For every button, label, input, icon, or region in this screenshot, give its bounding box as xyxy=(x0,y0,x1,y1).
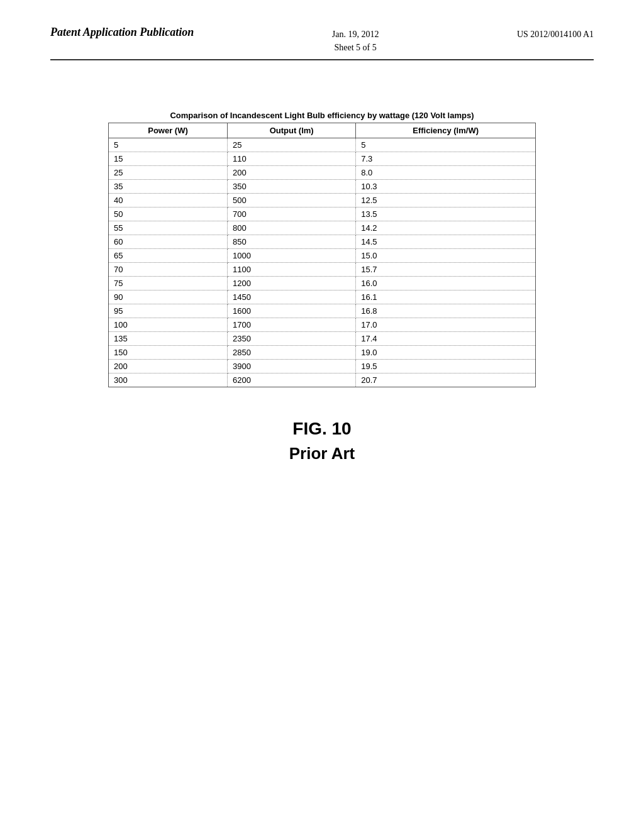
table-cell-11-2: 16.1 xyxy=(356,290,536,304)
table-row: 70110015.7 xyxy=(109,263,536,277)
table-cell-6-1: 800 xyxy=(228,221,356,235)
table-cell-9-0: 70 xyxy=(109,263,228,277)
column-header-output: Output (lm) xyxy=(228,123,356,138)
sheet-info: Sheet 5 of 5 xyxy=(334,43,376,52)
table-cell-17-1: 6200 xyxy=(228,374,356,387)
table-row: 100170017.0 xyxy=(109,318,536,332)
table-cell-4-0: 40 xyxy=(109,194,228,208)
publication-title: Patent Application Publication xyxy=(50,25,194,40)
table-row: 5580014.2 xyxy=(109,221,536,235)
table-cell-0-1: 25 xyxy=(228,138,356,152)
publication-date: Jan. 19, 2012 xyxy=(332,30,379,39)
table-cell-7-1: 850 xyxy=(228,235,356,249)
table-row: 65100015.0 xyxy=(109,249,536,263)
table-cell-5-0: 50 xyxy=(109,208,228,221)
table-cell-4-2: 12.5 xyxy=(356,194,536,208)
table-cell-15-2: 19.0 xyxy=(356,346,536,360)
table-cell-15-0: 150 xyxy=(109,346,228,360)
table-cell-2-2: 8.0 xyxy=(356,166,536,180)
table-cell-11-1: 1450 xyxy=(228,290,356,304)
page-header: Patent Application Publication Jan. 19, … xyxy=(50,25,594,60)
table-cell-16-2: 19.5 xyxy=(356,360,536,374)
table-cell-13-1: 1700 xyxy=(228,318,356,332)
efficiency-table: Power (W) Output (lm) Efficiency (lm/W) … xyxy=(108,123,536,387)
table-cell-3-1: 350 xyxy=(228,180,356,194)
table-cell-2-0: 25 xyxy=(109,166,228,180)
table-cell-2-1: 200 xyxy=(228,166,356,180)
table-cell-1-2: 7.3 xyxy=(356,152,536,166)
table-row: 252008.0 xyxy=(109,166,536,180)
table-cell-14-2: 17.4 xyxy=(356,332,536,346)
table-row: 6085014.5 xyxy=(109,235,536,249)
table-cell-5-1: 700 xyxy=(228,208,356,221)
table-cell-17-0: 300 xyxy=(109,374,228,387)
table-cell-12-0: 95 xyxy=(109,304,228,318)
table-cell-0-2: 5 xyxy=(356,138,536,152)
table-cell-12-2: 16.8 xyxy=(356,304,536,318)
table-row: 200390019.5 xyxy=(109,360,536,374)
table-row: 151107.3 xyxy=(109,152,536,166)
table-cell-10-0: 75 xyxy=(109,277,228,290)
table-cell-10-1: 1200 xyxy=(228,277,356,290)
table-cell-4-1: 500 xyxy=(228,194,356,208)
table-row: 90145016.1 xyxy=(109,290,536,304)
table-cell-6-0: 55 xyxy=(109,221,228,235)
table-cell-16-1: 3900 xyxy=(228,360,356,374)
table-cell-9-2: 15.7 xyxy=(356,263,536,277)
table-cell-13-2: 17.0 xyxy=(356,318,536,332)
table-cell-3-0: 35 xyxy=(109,180,228,194)
table-cell-14-1: 2350 xyxy=(228,332,356,346)
table-cell-6-2: 14.2 xyxy=(356,221,536,235)
table-row: 75120016.0 xyxy=(109,277,536,290)
table-row: 150285019.0 xyxy=(109,346,536,360)
table-cell-1-0: 15 xyxy=(109,152,228,166)
main-content: Comparison of Incandescent Light Bulb ef… xyxy=(50,111,594,463)
page: Patent Application Publication Jan. 19, … xyxy=(0,0,644,830)
table-cell-13-0: 100 xyxy=(109,318,228,332)
table-cell-9-1: 1100 xyxy=(228,263,356,277)
table-cell-7-0: 60 xyxy=(109,235,228,249)
table-container: Comparison of Incandescent Light Bulb ef… xyxy=(108,111,536,387)
prior-art-label: Prior Art xyxy=(289,444,355,463)
table-row: 300620020.7 xyxy=(109,374,536,387)
table-cell-10-2: 16.0 xyxy=(356,277,536,290)
table-title: Comparison of Incandescent Light Bulb ef… xyxy=(108,111,536,120)
table-cell-7-2: 14.5 xyxy=(356,235,536,249)
table-cell-12-1: 1600 xyxy=(228,304,356,318)
table-header-row: Power (W) Output (lm) Efficiency (lm/W) xyxy=(109,123,536,138)
table-cell-1-1: 110 xyxy=(228,152,356,166)
table-cell-14-0: 135 xyxy=(109,332,228,346)
table-cell-16-0: 200 xyxy=(109,360,228,374)
table-row: 135235017.4 xyxy=(109,332,536,346)
table-row: 5070013.5 xyxy=(109,208,536,221)
table-cell-11-0: 90 xyxy=(109,290,228,304)
table-cell-3-2: 10.3 xyxy=(356,180,536,194)
column-header-power: Power (W) xyxy=(109,123,228,138)
table-row: 95160016.8 xyxy=(109,304,536,318)
table-row: 4050012.5 xyxy=(109,194,536,208)
table-cell-8-2: 15.0 xyxy=(356,249,536,263)
table-cell-0-0: 5 xyxy=(109,138,228,152)
column-header-efficiency: Efficiency (lm/W) xyxy=(356,123,536,138)
table-row: 5255 xyxy=(109,138,536,152)
table-cell-17-2: 20.7 xyxy=(356,374,536,387)
table-cell-5-2: 13.5 xyxy=(356,208,536,221)
table-row: 3535010.3 xyxy=(109,180,536,194)
figure-label: FIG. 10 xyxy=(292,419,351,439)
patent-number: US 2012/0014100 A1 xyxy=(517,25,594,41)
table-cell-8-0: 65 xyxy=(109,249,228,263)
table-cell-15-1: 2850 xyxy=(228,346,356,360)
table-cell-8-1: 1000 xyxy=(228,249,356,263)
date-sheet-info: Jan. 19, 2012 Sheet 5 of 5 xyxy=(332,25,379,54)
